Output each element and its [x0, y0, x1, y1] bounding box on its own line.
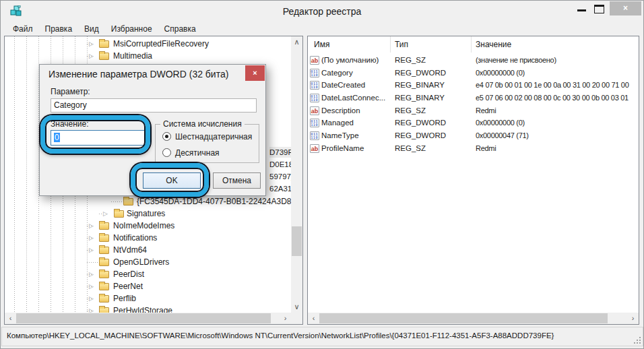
registry-editor-window: Редактор реестра × Файл Правка Вид Избра… — [0, 0, 644, 349]
tree-item-guid-fc3545da[interactable]: {FC3545DA-1DD4-4077-B0B1-22424A3D83C — [5, 195, 291, 208]
radix-group-label: Система исчисления — [160, 119, 245, 129]
tree-item-notifications[interactable]: ▷ Notifications — [5, 232, 291, 244]
menu-file[interactable]: Файл — [7, 24, 39, 34]
tree-item-opengldrivers[interactable]: OpenGLDrivers — [5, 256, 291, 268]
reg-binary-icon: 011110 — [310, 131, 319, 140]
value-row-datelastconnected[interactable]: 011110 DateLastConnec... REG_BINARY e5 0… — [308, 92, 639, 104]
reg-sz-icon: ab — [310, 144, 319, 153]
reg-binary-icon: 011110 — [310, 69, 319, 77]
expand-icon[interactable]: ▷ — [89, 245, 94, 255]
reg-binary-icon: 011110 — [310, 119, 319, 127]
title-bar: Редактор реестра × — [1, 1, 643, 22]
menu-edit[interactable]: Правка — [39, 24, 79, 34]
radio-button-icon[interactable] — [162, 132, 171, 141]
reg-binary-icon: 011110 — [310, 94, 319, 102]
param-input[interactable]: Category — [51, 98, 257, 113]
resize-grip[interactable] — [633, 336, 641, 344]
folder-icon — [99, 234, 109, 242]
column-separator[interactable] — [390, 36, 391, 53]
tree-vertical-scrollbar[interactable]: ∧ ∨ — [291, 36, 302, 313]
tree-horizontal-scrollbar[interactable]: ‹ › — [5, 313, 291, 324]
folder-icon — [123, 198, 133, 205]
tree-vscroll-thumb[interactable] — [292, 226, 302, 256]
value-row-category[interactable]: 011110 Category REG_DWORD 0x00000000 (0) — [308, 67, 639, 80]
column-separator[interactable] — [471, 36, 472, 53]
folder-icon — [99, 295, 109, 303]
tree-item-msicorruptedfilerecovery[interactable]: ▷ MsiCorruptedFileRecovery — [5, 38, 291, 50]
list-horizontal-scrollbar[interactable]: ‹ › — [308, 313, 639, 324]
tree-connector — [87, 262, 98, 263]
menu-view[interactable]: Вид — [78, 24, 105, 34]
maximize-button[interactable] — [594, 5, 604, 13]
scroll-right-icon[interactable]: › — [280, 313, 291, 324]
reg-binary-icon: 011110 — [310, 81, 319, 90]
folder-icon — [99, 53, 109, 60]
column-header-name[interactable]: Имя — [314, 40, 329, 49]
folder-icon — [99, 271, 109, 278]
expand-icon[interactable]: ▷ — [103, 209, 108, 218]
value-row-profilename[interactable]: ab ProfileName REG_SZ Redmi — [308, 143, 639, 155]
highlight-annotation-ok-button — [131, 163, 209, 197]
expand-icon[interactable]: ▷ — [89, 51, 94, 61]
status-path: Компьютер\HKEY_LOCAL_MACHINE\SOFTWARE\Mi… — [7, 331, 554, 340]
list-hscroll-thumb[interactable] — [319, 313, 608, 323]
reg-sz-icon: ab — [310, 56, 319, 65]
scroll-right-icon[interactable]: › — [627, 313, 639, 324]
tree-hscroll-thumb[interactable] — [16, 313, 271, 323]
folder-icon — [99, 222, 109, 230]
column-header-value[interactable]: Значение — [476, 40, 511, 49]
tree-item-ntvdm64[interactable]: ▷ NtVdm64 — [5, 244, 291, 256]
menu-bar: Файл Правка Вид Избранное Справка — [1, 22, 643, 36]
status-bar: Компьютер\HKEY_LOCAL_MACHINE\SOFTWARE\Mi… — [1, 327, 643, 346]
tree-item-perflib[interactable]: ▷ Perflib — [5, 292, 291, 305]
minimize-button[interactable] — [577, 9, 586, 11]
highlight-annotation-value-field — [40, 115, 150, 154]
reg-sz-icon: ab — [310, 106, 319, 115]
folder-icon — [99, 40, 109, 48]
value-row-managed[interactable]: 011110 Managed REG_DWORD 0x00000000 (0) — [308, 117, 639, 129]
scroll-up-icon[interactable]: ∧ — [291, 36, 302, 48]
folder-icon — [114, 210, 124, 218]
radix-groupbox: Система исчисления Шестнадцатеричная Дес… — [155, 124, 259, 163]
value-row-nametype[interactable]: 011110 NameType REG_DWORD 0x00000047 (71… — [308, 130, 639, 142]
dialog-title: Изменение параметра DWORD (32 бита) — [49, 69, 228, 80]
close-button[interactable]: × — [610, 1, 641, 15]
scroll-left-icon[interactable]: ‹ — [5, 313, 16, 324]
values-panel: Имя Тип Значение ab (По умолчанию) REG_S… — [307, 36, 639, 325]
tree-item-signatures[interactable]: ▷ Signatures — [5, 208, 291, 220]
value-row-datecreated[interactable]: 011110 DateCreated REG_BINARY e4 07 0b 0… — [308, 80, 639, 92]
scroll-left-icon[interactable]: ‹ — [308, 313, 319, 324]
value-row-default[interactable]: ab (По умолчанию) REG_SZ (значение не пр… — [308, 55, 639, 67]
menu-help[interactable]: Справка — [158, 24, 202, 34]
folder-icon — [99, 247, 109, 254]
expand-icon[interactable]: ▷ — [89, 269, 94, 279]
cancel-button[interactable]: Отмена — [213, 172, 261, 189]
list-header: Имя Тип Значение — [308, 36, 639, 53]
window-title: Редактор реестра — [1, 6, 643, 17]
dialog-close-button[interactable]: × — [245, 65, 265, 81]
folder-icon — [99, 259, 109, 266]
expand-icon[interactable]: ▷ — [89, 39, 94, 49]
tree-item-peernet[interactable]: ▷ PeerNet — [5, 280, 291, 292]
expand-icon[interactable]: ▷ — [89, 221, 94, 230]
scroll-down-icon[interactable]: ∨ — [291, 301, 302, 313]
column-header-type[interactable]: Тип — [395, 40, 408, 49]
folder-icon — [99, 283, 109, 290]
expand-icon[interactable]: ▷ — [89, 282, 94, 291]
expand-icon[interactable]: ▷ — [89, 294, 94, 303]
expand-icon[interactable]: ▷ — [89, 233, 94, 243]
scrollbar-corner — [291, 313, 302, 324]
tree-item-multimedia[interactable]: ▷ Multimedia — [5, 50, 291, 62]
tree-item-noimemodeimes[interactable]: ▷ NoImeModeImes — [5, 220, 291, 232]
value-row-description[interactable]: ab Description REG_SZ Redmi — [308, 105, 639, 117]
menu-favorites[interactable]: Избранное — [105, 24, 158, 34]
param-label: Параметр: — [51, 87, 90, 96]
tree-connector — [111, 201, 122, 202]
radio-button-icon[interactable] — [162, 148, 171, 157]
tree-item-peerdist[interactable]: ▷ PeerDist — [5, 268, 291, 280]
